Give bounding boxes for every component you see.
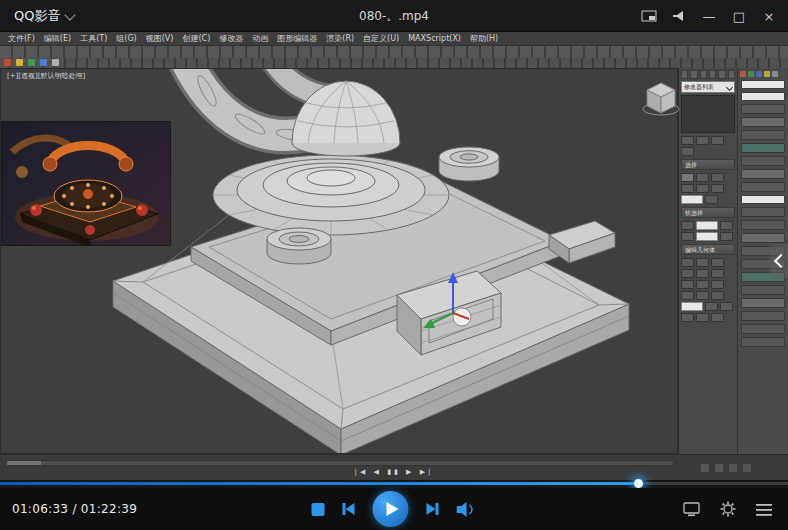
panel-button[interactable] [681, 232, 694, 241]
panel-button[interactable] [741, 156, 785, 166]
value-field[interactable] [741, 195, 785, 204]
panel-button[interactable] [681, 313, 694, 322]
panel-button[interactable] [741, 130, 785, 140]
panel-button[interactable] [741, 169, 785, 179]
capture-button[interactable] [683, 502, 700, 517]
rollout-header[interactable]: 选择 [681, 159, 735, 170]
panel-button[interactable] [681, 258, 694, 267]
panel-button[interactable] [741, 285, 785, 295]
value-field[interactable] [696, 232, 718, 241]
panel-button[interactable] [696, 136, 709, 145]
maximize-button[interactable]: □ [724, 0, 754, 32]
panel-button[interactable] [741, 104, 785, 114]
panel-button[interactable] [741, 337, 785, 347]
value-field[interactable] [741, 80, 785, 89]
panel-button[interactable] [741, 220, 785, 230]
panel-button[interactable] [696, 291, 709, 300]
panel-button[interactable] [705, 302, 718, 311]
rollout-header[interactable]: 软选择 [681, 207, 735, 218]
modifier-stack-list[interactable] [681, 95, 735, 133]
max-track-bar[interactable] [6, 460, 674, 466]
panel-button[interactable] [681, 147, 694, 156]
play-button[interactable] [373, 491, 409, 527]
panel-button[interactable] [705, 195, 718, 204]
tab-icon[interactable] [700, 70, 707, 79]
settings-button[interactable] [720, 501, 736, 517]
panel-button[interactable] [711, 184, 724, 193]
menu-item: 动画 [252, 32, 268, 46]
toolbar-icon [40, 59, 47, 66]
seek-handle[interactable] [634, 479, 643, 488]
panel-icon[interactable] [740, 71, 746, 77]
panel-button[interactable] [696, 173, 709, 182]
panel-button[interactable] [711, 136, 724, 145]
panel-button[interactable] [711, 291, 724, 300]
panel-button[interactable] [720, 232, 733, 241]
panel-button[interactable] [741, 233, 785, 243]
panel-icon[interactable] [772, 71, 778, 77]
panel-button[interactable] [681, 136, 694, 145]
video-display[interactable]: 文件(F) 编辑(E) 工具(T) 组(G) 视图(V) 创建(C) 修改器 动… [0, 32, 788, 480]
panel-button[interactable] [711, 258, 724, 267]
panel-button[interactable] [681, 184, 694, 193]
value-field[interactable] [681, 302, 703, 311]
max-menubar: 文件(F) 编辑(E) 工具(T) 组(G) 视图(V) 创建(C) 修改器 动… [0, 32, 788, 46]
app-menu-button[interactable]: QQ影音 [14, 0, 74, 32]
panel-button[interactable] [681, 291, 694, 300]
panel-button[interactable] [741, 324, 785, 334]
panel-button[interactable] [741, 298, 785, 308]
tab-icon[interactable] [718, 70, 725, 79]
value-field[interactable] [681, 195, 703, 204]
value-field[interactable] [741, 92, 785, 101]
panel-button[interactable] [696, 280, 709, 289]
toolbar-icon [4, 59, 11, 66]
tab-icon[interactable] [709, 70, 716, 79]
panel-button[interactable] [681, 269, 694, 278]
max-transport-controls[interactable]: |◀ ◀ ▮▮ ▶ ▶| [355, 468, 434, 476]
panel-button[interactable] [696, 184, 709, 193]
next-button[interactable] [427, 503, 439, 515]
tab-icon[interactable] [690, 70, 697, 79]
panel-button[interactable] [741, 182, 785, 192]
panel-button[interactable] [696, 258, 709, 267]
panel-icon[interactable] [748, 71, 754, 77]
panel-button[interactable] [711, 269, 724, 278]
panel-button[interactable] [696, 313, 709, 322]
stop-button[interactable] [312, 503, 325, 516]
panel-icon[interactable] [764, 71, 770, 77]
panel-button[interactable] [681, 280, 694, 289]
menu-item: 文件(F) [8, 32, 35, 46]
panel-button[interactable] [741, 311, 785, 321]
time-slider[interactable] [7, 461, 41, 465]
panel-button[interactable] [720, 221, 733, 230]
window-controls: — □ × [634, 0, 784, 32]
mini-mode-icon[interactable] [634, 0, 664, 32]
panel-button[interactable] [681, 173, 694, 182]
capture-icon [683, 502, 700, 517]
panel-icon[interactable] [756, 71, 762, 77]
modifier-list-dropdown[interactable]: 修改器列表 [681, 81, 735, 93]
panel-button[interactable] [711, 173, 724, 182]
volume-button[interactable] [457, 502, 477, 517]
panel-button[interactable] [741, 207, 785, 217]
rollout-header[interactable]: 编辑几何体 [681, 244, 735, 255]
rollout-content [681, 220, 735, 242]
previous-button[interactable] [343, 503, 355, 515]
tab-icon[interactable] [728, 70, 735, 79]
panel-button[interactable] [720, 302, 733, 311]
close-button[interactable]: × [754, 0, 784, 32]
panel-button[interactable] [696, 269, 709, 278]
tab-icon[interactable] [681, 70, 688, 79]
playlist-toggle-arrow[interactable] [770, 244, 788, 278]
seek-bar[interactable] [0, 480, 788, 488]
panel-button[interactable] [711, 313, 724, 322]
value-field[interactable] [696, 221, 718, 230]
panel-button[interactable] [711, 280, 724, 289]
panel-button[interactable] [681, 221, 694, 230]
panel-button[interactable] [741, 117, 785, 127]
panel-button[interactable] [741, 143, 785, 153]
playlist-button[interactable] [756, 503, 772, 516]
command-panel-tabs[interactable] [681, 70, 735, 79]
minimize-button[interactable]: — [694, 0, 724, 32]
announce-icon[interactable] [664, 0, 694, 32]
